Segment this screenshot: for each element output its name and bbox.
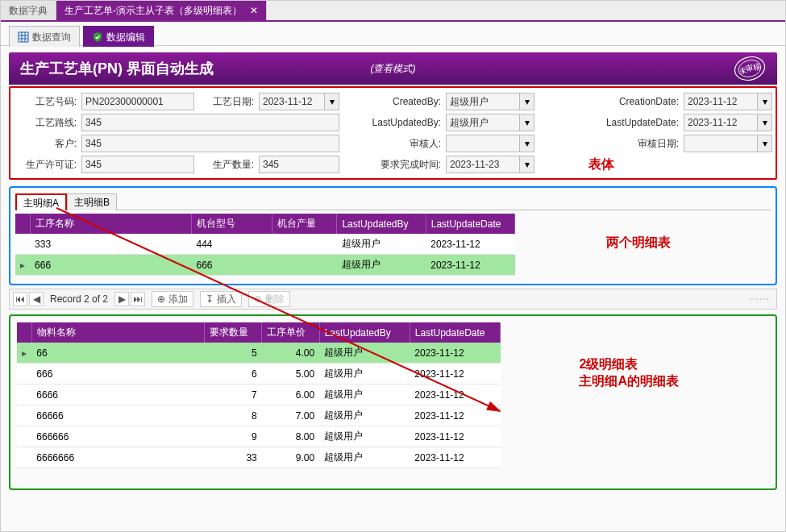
add-button[interactable]: ⊕添加 [152, 291, 193, 307]
nav-record: Record 2 of 2 [45, 293, 113, 305]
cell: 5.00 [262, 364, 319, 384]
th-by[interactable]: LastUpdatedBy [337, 214, 426, 234]
label-customer: 客户: [14, 137, 77, 151]
th-qty[interactable]: 要求数量 [204, 322, 261, 343]
tab-data-dict[interactable]: 数据字典 [1, 1, 56, 20]
cell [272, 255, 337, 276]
detail-tab-a-label: 主明细A [23, 197, 59, 209]
root-panel: 数据字典 生产工艺单-演示主从子表（多级明细表）✕ 数据查询 数据编辑 生产工艺… [0, 0, 786, 532]
cell: 8 [204, 405, 261, 426]
cell: 7 [204, 384, 261, 405]
th-price[interactable]: 工序单价 [262, 322, 319, 343]
input-last-date[interactable] [684, 114, 758, 131]
th-marker [15, 214, 30, 234]
detail-box: 主明细A 主明细B 工序名称 机台型号 机台产量 LastUpdatedBy L… [9, 186, 777, 285]
label-last-date: LastUpdateDate: [539, 117, 679, 128]
chevron-down-icon[interactable]: ▾ [758, 114, 772, 131]
table-row[interactable]: 333 444 超级用户 2023-11-12 [15, 234, 515, 255]
cell: 7.00 [262, 405, 319, 426]
cell: 超级用户 [319, 405, 410, 426]
input-created-by[interactable] [446, 93, 520, 110]
nav-first-icon[interactable]: ⏮ [13, 292, 27, 306]
cell: 2023-11-12 [410, 405, 500, 426]
chevron-down-icon[interactable]: ▾ [758, 93, 772, 110]
cell: 2023-11-12 [410, 343, 500, 364]
detail-tab-a[interactable]: 主明细A [15, 193, 67, 210]
cell: 333 [30, 234, 191, 255]
cell: 6666 [31, 384, 204, 405]
input-creation-date[interactable] [684, 93, 758, 110]
cell: 6666666 [31, 447, 204, 468]
cell [272, 234, 337, 255]
th-by[interactable]: LastUpdatedBy [319, 322, 410, 343]
label-route: 工艺路线: [14, 116, 77, 130]
cell: 9 [204, 426, 261, 447]
table-row[interactable]: ▸ 66 5 4.00 超级用户 2023-11-12 [17, 343, 501, 364]
input-qty[interactable] [259, 156, 339, 173]
th-proc[interactable]: 工序名称 [30, 214, 191, 234]
table-row[interactable]: 666666 9 8.00 超级用户 2023-11-12 [17, 426, 501, 447]
nav-last-icon[interactable]: ⏭ [131, 292, 145, 306]
th-date[interactable]: LastUpdateDate [426, 214, 514, 234]
insert-label: 插入 [217, 293, 236, 306]
input-route[interactable] [81, 114, 339, 131]
chevron-down-icon[interactable]: ▾ [520, 156, 534, 173]
top-tabbar: 数据字典 生产工艺单-演示主从子表（多级明细表）✕ [1, 1, 785, 22]
delete-button[interactable]: ⊗删除 [248, 291, 290, 307]
tab-query-label: 数据查询 [32, 27, 71, 48]
th-output[interactable]: 机台产量 [272, 214, 337, 234]
tab-process-sheet[interactable]: 生产工艺单-演示主从子表（多级明细表）✕ [56, 1, 267, 20]
close-icon[interactable]: ✕ [250, 5, 258, 16]
tab-edit[interactable]: 数据编辑 [83, 26, 154, 47]
label-finish: 要求完成时间: [344, 158, 441, 172]
cell: 9.00 [262, 447, 319, 468]
form-body: 工艺号码: 工艺日期: ▾ CreatedBy: ▾ CreationDate:… [9, 86, 777, 180]
input-customer[interactable] [81, 135, 339, 152]
svg-rect-0 [19, 32, 28, 42]
sub-tabbar: 数据查询 数据编辑 [1, 22, 785, 46]
cell: 66 [31, 343, 204, 364]
cell: 超级用户 [319, 447, 410, 468]
chevron-down-icon[interactable]: ▾ [758, 135, 772, 152]
row-marker [15, 234, 30, 255]
input-proc-no[interactable] [81, 93, 194, 110]
record-navigator: ⏮ ◀ Record 2 of 2 ▶ ⏭ ⊕添加 ↧插入 ⊗删除 ⋯⋯ [9, 289, 777, 310]
cell: 2023-11-12 [410, 426, 500, 447]
sub-detail-table[interactable]: 物料名称 要求数量 工序单价 LastUpdatedBy LastUpdateD… [17, 322, 501, 468]
table-row[interactable]: 6666 7 6.00 超级用户 2023-11-12 [17, 384, 501, 405]
chevron-down-icon[interactable]: ▾ [520, 93, 534, 110]
label-created-by: CreatedBy: [344, 96, 441, 107]
nav-next-icon[interactable]: ▶ [114, 292, 129, 306]
cell: 2023-11-12 [426, 234, 514, 255]
chevron-down-icon[interactable]: ▾ [520, 135, 534, 152]
chevron-down-icon[interactable]: ▾ [520, 114, 534, 131]
table-row[interactable]: 6666666 33 9.00 超级用户 2023-11-12 [17, 447, 501, 468]
tab-process-sheet-label: 生产工艺单-演示主从子表（多级明细表） [64, 5, 242, 16]
row-marker [17, 426, 31, 447]
cell: 超级用户 [337, 255, 426, 276]
input-auditor[interactable] [446, 135, 520, 152]
input-audit-date[interactable] [684, 135, 758, 152]
input-finish[interactable] [446, 156, 520, 173]
cell: 33 [204, 447, 261, 468]
input-license[interactable] [81, 156, 194, 173]
cell: 4.00 [262, 343, 319, 364]
input-proc-date[interactable] [259, 93, 325, 110]
detail-tabs: 主明细A 主明细B [15, 193, 771, 210]
detail-tab-b[interactable]: 主明细B [67, 193, 117, 210]
th-name[interactable]: 物料名称 [31, 322, 204, 343]
chevron-down-icon[interactable]: ▾ [325, 93, 339, 110]
shield-check-icon [92, 31, 103, 43]
cell: 超级用户 [319, 364, 410, 384]
cell: 超级用户 [337, 234, 426, 255]
detail-a-table[interactable]: 工序名称 机台型号 机台产量 LastUpdatedBy LastUpdateD… [15, 214, 515, 276]
input-last-by[interactable] [446, 114, 520, 131]
th-model[interactable]: 机台型号 [192, 214, 272, 234]
table-row[interactable]: 666 6 5.00 超级用户 2023-11-12 [17, 364, 501, 384]
nav-prev-icon[interactable]: ◀ [29, 292, 44, 306]
tab-query[interactable]: 数据查询 [9, 26, 80, 47]
table-row[interactable]: 66666 8 7.00 超级用户 2023-11-12 [17, 405, 501, 426]
table-row[interactable]: ▸ 666 666 超级用户 2023-11-12 [15, 255, 515, 276]
th-date[interactable]: LastUpdateDate [410, 322, 500, 343]
insert-button[interactable]: ↧插入 [200, 291, 242, 307]
